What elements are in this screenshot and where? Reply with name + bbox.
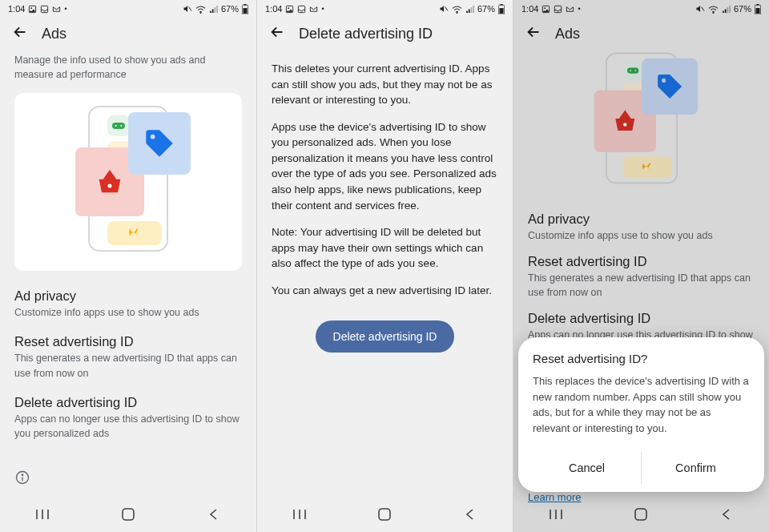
- dialog-body: This replaces the device's advertising I…: [533, 373, 750, 436]
- system-nav-bar: [0, 497, 256, 532]
- gmail-icon: [309, 5, 318, 14]
- item-subtitle: Customize info apps use to show you ads: [14, 305, 242, 320]
- page-title: Ads: [42, 26, 66, 42]
- svg-point-11: [108, 184, 112, 188]
- back-button[interactable]: [442, 503, 498, 526]
- paragraph: This deletes your current advertising ID…: [272, 61, 498, 108]
- inbox-icon: [40, 5, 49, 14]
- ads-illustration: [64, 103, 192, 255]
- more-dot-icon: •: [64, 5, 66, 13]
- svg-rect-22: [299, 6, 305, 12]
- app-bar: Delete advertising ID: [257, 18, 513, 50]
- dialog-title: Reset advertising ID?: [533, 352, 750, 365]
- phone-screen-reset-dialog: 1:04 • 67% Ads: [513, 0, 769, 532]
- svg-point-24: [457, 12, 457, 13]
- battery-icon: [242, 4, 248, 14]
- battery-text: 67%: [221, 4, 239, 14]
- battery-text: 67%: [477, 4, 495, 14]
- reset-ad-id-dialog: Reset advertising ID? This replaces the …: [518, 337, 764, 492]
- recents-button[interactable]: [272, 503, 328, 526]
- wifi-icon: [452, 5, 462, 14]
- mute-icon: [439, 4, 449, 14]
- wifi-icon: [195, 5, 206, 14]
- svg-rect-6: [244, 4, 247, 5]
- svg-point-15: [22, 474, 22, 475]
- phone-screen-ads: 1:04 • 67% Ads Manage the info used to s…: [0, 0, 256, 532]
- game-tile-icon: [107, 115, 130, 136]
- svg-point-21: [288, 7, 290, 9]
- content: This deletes your current advertising ID…: [257, 50, 513, 497]
- status-time: 1:04: [8, 4, 25, 14]
- inbox-icon: [297, 5, 306, 14]
- item-ad-privacy[interactable]: Ad privacy Customize info apps use to sh…: [14, 288, 242, 320]
- battery-icon: [498, 4, 505, 14]
- confirm-button[interactable]: Confirm: [642, 452, 750, 484]
- home-button[interactable]: [356, 503, 413, 526]
- svg-line-3: [188, 7, 191, 11]
- svg-point-10: [120, 125, 122, 127]
- more-dot-icon: •: [321, 5, 324, 13]
- svg-point-12: [151, 135, 155, 139]
- image-icon: [28, 5, 37, 14]
- svg-rect-27: [499, 8, 503, 14]
- svg-rect-7: [243, 8, 247, 14]
- status-bar: 1:04 • 67%: [257, 0, 513, 18]
- signal-icon: [465, 5, 474, 14]
- status-time: 1:04: [265, 4, 282, 14]
- image-icon: [285, 5, 294, 14]
- page-description: Manage the info used to show you ads and…: [14, 53, 242, 82]
- item-title: Reset advertising ID: [14, 334, 242, 349]
- content: Manage the info used to show you ads and…: [0, 50, 256, 497]
- recents-button[interactable]: [14, 503, 70, 526]
- home-button[interactable]: [100, 503, 156, 526]
- back-icon[interactable]: [11, 23, 29, 44]
- svg-point-1: [31, 7, 33, 9]
- page-title: Delete advertising ID: [299, 26, 433, 42]
- svg-rect-26: [501, 4, 503, 5]
- back-button[interactable]: [186, 503, 242, 526]
- tag-tile-icon: [128, 112, 191, 175]
- paragraph: Apps use the device's advertising ID to …: [272, 119, 498, 213]
- svg-rect-8: [112, 123, 125, 129]
- svg-rect-31: [379, 509, 390, 520]
- plane-tile-icon: [107, 221, 162, 245]
- svg-point-4: [200, 12, 201, 13]
- signal-icon: [209, 5, 218, 14]
- phone-screen-delete-ad-id: 1:04 • 67% Delete advertising ID This de…: [256, 0, 513, 532]
- back-icon[interactable]: [268, 23, 286, 44]
- svg-point-9: [115, 125, 117, 127]
- gmail-icon: [52, 5, 61, 14]
- illustration-card: [14, 93, 242, 271]
- app-bar: Ads: [0, 18, 256, 50]
- item-title: Ad privacy: [14, 288, 242, 304]
- system-nav-bar: [257, 497, 513, 532]
- svg-rect-19: [123, 509, 134, 520]
- paragraph: You can always get a new advertising ID …: [272, 283, 498, 299]
- paragraph: Note: Your advertising ID will be delete…: [272, 224, 498, 272]
- item-reset-ad-id[interactable]: Reset advertising ID This generates a ne…: [14, 334, 242, 380]
- item-delete-ad-id[interactable]: Delete advertising ID Apps can no longer…: [14, 395, 242, 441]
- item-title: Delete advertising ID: [14, 395, 242, 410]
- item-subtitle: Apps can no longer use this advertising …: [14, 412, 242, 441]
- item-subtitle: This generates a new advertising ID that…: [14, 351, 242, 380]
- svg-rect-2: [42, 6, 48, 12]
- cancel-button[interactable]: Cancel: [533, 452, 641, 484]
- svg-line-23: [445, 7, 448, 11]
- mute-icon: [183, 4, 192, 14]
- status-bar: 1:04 • 67%: [0, 0, 256, 18]
- delete-ad-id-button[interactable]: Delete advertising ID: [316, 320, 455, 353]
- info-icon[interactable]: [14, 470, 30, 489]
